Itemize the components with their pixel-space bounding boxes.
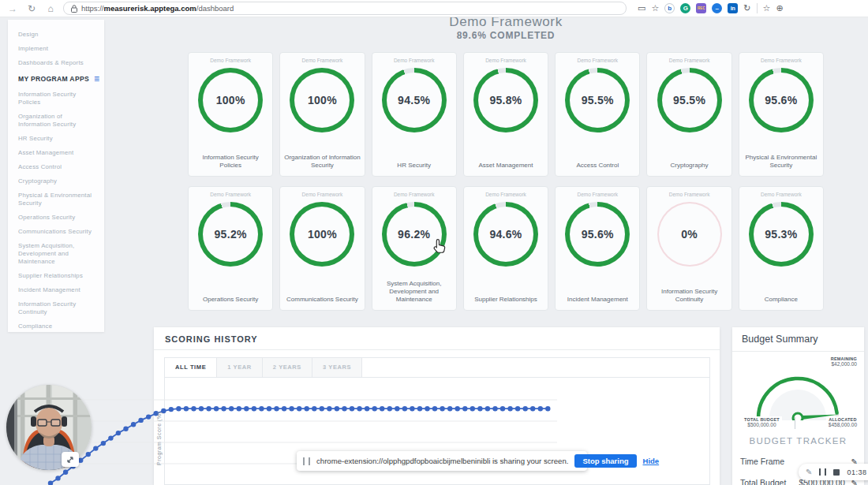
data-point[interactable]	[131, 422, 136, 427]
category-gauge-card-operations-security[interactable]: Demo Framework95.2%Operations Security	[188, 186, 273, 311]
sidebar-app-supplier-relationships[interactable]: Supplier Relationships	[18, 272, 95, 280]
data-point[interactable]	[538, 406, 543, 411]
rec-extension-icon[interactable]: REC	[696, 3, 706, 13]
data-point[interactable]	[447, 406, 452, 411]
sidebar-app-cryptography[interactable]: Cryptography	[18, 177, 95, 185]
data-point[interactable]	[214, 406, 219, 411]
sidebar-app-hr-security[interactable]: HR Security	[18, 135, 95, 143]
data-point[interactable]	[530, 406, 535, 411]
tab-2-years[interactable]: 2 YEARS	[263, 358, 312, 377]
category-gauge-card-access-control[interactable]: Demo Framework95.5%Access Control	[555, 52, 640, 177]
data-point[interactable]	[380, 406, 384, 411]
data-point[interactable]	[55, 476, 60, 480]
data-point[interactable]	[523, 406, 528, 411]
sidebar-app-communications-security[interactable]: Communications Security	[18, 228, 95, 236]
data-point[interactable]	[440, 406, 444, 411]
data-point[interactable]	[417, 406, 422, 411]
data-point[interactable]	[267, 406, 271, 411]
tab-3-years[interactable]: 3 YEARS	[312, 358, 362, 377]
pause-recording-icon[interactable]	[819, 468, 826, 476]
data-point[interactable]	[335, 406, 339, 411]
data-point[interactable]	[93, 446, 98, 450]
data-point[interactable]	[169, 407, 174, 412]
data-point[interactable]	[191, 406, 196, 411]
expand-webcam-button[interactable]	[62, 452, 79, 467]
data-point[interactable]	[372, 406, 377, 411]
data-point[interactable]	[229, 406, 234, 411]
data-point[interactable]	[342, 406, 346, 411]
data-point[interactable]	[402, 406, 407, 411]
chat-extension-icon[interactable]: –	[712, 3, 722, 13]
sidebar-app-system-acquisition-development-and-maintenance[interactable]: System Acquisition, Development and Main…	[18, 242, 95, 266]
grammarly-icon[interactable]: G	[680, 3, 690, 13]
sidebar-app-information-security-continuity[interactable]: Information Security Continuity	[18, 300, 95, 316]
menu-icon[interactable]: ≡	[94, 75, 99, 83]
browser-assistant-icon[interactable]: b	[664, 3, 675, 13]
data-point[interactable]	[410, 406, 414, 411]
data-point[interactable]	[259, 406, 264, 411]
data-point[interactable]	[500, 406, 505, 411]
data-point[interactable]	[108, 435, 113, 440]
data-point[interactable]	[184, 406, 189, 411]
sidebar-item-design[interactable]: Design	[18, 31, 95, 39]
sidebar-app-access-control[interactable]: Access Control	[18, 163, 95, 171]
data-point[interactable]	[237, 406, 241, 411]
sidebar-app-incident-management[interactable]: Incident Management	[18, 286, 95, 294]
data-point[interactable]	[274, 406, 279, 411]
data-point[interactable]	[221, 406, 226, 411]
data-point[interactable]	[432, 406, 437, 411]
data-point[interactable]	[297, 406, 301, 411]
category-gauge-card-asset-management[interactable]: Demo Framework95.8%Asset Management	[463, 52, 548, 177]
data-point[interactable]	[146, 414, 151, 419]
linkedin-icon[interactable]: in	[728, 3, 738, 13]
data-point[interactable]	[365, 406, 369, 411]
tab-1-year[interactable]: 1 YEAR	[217, 358, 263, 377]
data-point[interactable]	[470, 406, 475, 411]
sidebar-app-asset-management[interactable]: Asset Management	[18, 149, 95, 157]
sidebar-app-compliance[interactable]: Compliance	[18, 323, 95, 330]
data-point[interactable]	[244, 406, 249, 411]
category-gauge-card-communications-security[interactable]: Demo Framework100%Communications Securit…	[279, 186, 365, 311]
category-gauge-card-compliance[interactable]: Demo Framework95.3%Compliance	[739, 186, 824, 311]
sidebar-item-dashboards-reports[interactable]: Dashboards & Reports	[18, 59, 95, 67]
data-point[interactable]	[515, 406, 520, 411]
category-gauge-card-information-security-policies[interactable]: Demo Framework100%Information Security P…	[188, 52, 273, 177]
data-point[interactable]	[176, 406, 181, 411]
data-point[interactable]	[462, 406, 467, 411]
data-point[interactable]	[116, 431, 121, 435]
data-point[interactable]	[455, 406, 460, 411]
data-point[interactable]	[63, 470, 68, 475]
stop-sharing-button[interactable]: Stop sharing	[574, 454, 636, 468]
forward-icon[interactable]: →	[6, 3, 19, 14]
category-gauge-card-information-security-continuity[interactable]: Demo Framework0%Information Security Con…	[646, 186, 731, 311]
data-point[interactable]	[282, 406, 286, 411]
favorites-settings-icon[interactable]: ☆	[651, 3, 659, 13]
sidebar-app-operations-security[interactable]: Operations Security	[18, 214, 95, 222]
data-point[interactable]	[199, 406, 204, 411]
hide-link[interactable]: Hide	[643, 457, 660, 465]
data-point[interactable]	[138, 418, 143, 423]
address-bar[interactable]: https://measurerisk.apptega.com/dashboar…	[63, 2, 627, 15]
collections-icon[interactable]: ☆	[763, 3, 771, 13]
data-point[interactable]	[312, 406, 316, 411]
category-gauge-card-organization-of-information-security[interactable]: Demo Framework100%Organization of Inform…	[279, 52, 365, 177]
category-gauge-card-cryptography[interactable]: Demo Framework95.5%Cryptography	[646, 52, 731, 177]
category-gauge-card-incident-management[interactable]: Demo Framework95.6%Incident Management	[555, 186, 640, 311]
data-point[interactable]	[395, 406, 399, 411]
data-point[interactable]	[477, 406, 482, 411]
data-point[interactable]	[387, 406, 392, 411]
data-point[interactable]	[206, 406, 211, 411]
data-point[interactable]	[320, 406, 324, 411]
tab-all-time[interactable]: ALL TIME	[165, 358, 217, 377]
category-gauge-card-hr-security[interactable]: Demo Framework94.5%HR Security	[372, 52, 457, 177]
browser-essentials-icon[interactable]: ⊕	[776, 3, 783, 13]
data-point[interactable]	[492, 406, 497, 411]
sidebar-app-information-security-policies[interactable]: Information Security Policies	[18, 91, 95, 106]
screen-share-icon[interactable]: ▭	[638, 3, 645, 13]
data-point[interactable]	[123, 427, 128, 431]
data-point[interactable]	[327, 406, 331, 411]
annotate-pencil-icon[interactable]: ✎	[806, 468, 812, 476]
data-point[interactable]	[252, 406, 256, 411]
sidebar-app-organization-of-information-security[interactable]: Organization of Information Security	[18, 113, 95, 129]
data-point[interactable]	[507, 406, 512, 411]
